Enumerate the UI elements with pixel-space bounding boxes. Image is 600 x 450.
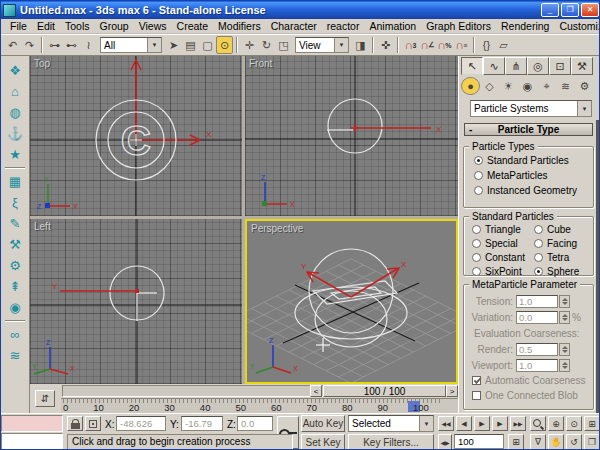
previous-frame-button[interactable]: ◀: [456, 416, 472, 431]
radio-icon[interactable]: [474, 171, 483, 180]
key-filters-button[interactable]: Key Filters...: [348, 434, 434, 450]
tab-modify-icon[interactable]: ∿: [483, 57, 505, 75]
category-helpers-icon[interactable]: ⌖: [537, 77, 556, 95]
crossing-selection-icon[interactable]: ⊙: [216, 36, 233, 54]
zoom-extents-icon[interactable]: ⊙: [566, 416, 582, 431]
minimize-button[interactable]: _: [541, 3, 559, 17]
viewport-left[interactable]: Left Y Z Y X: [30, 219, 242, 384]
menu-file[interactable]: File: [5, 20, 32, 32]
viewport-front[interactable]: Front X Z X: [245, 56, 458, 216]
radio-standard-particles[interactable]: Standard Particles: [464, 153, 593, 168]
radio-cube[interactable]: Cube: [530, 222, 590, 236]
menu-views[interactable]: Views: [134, 20, 172, 32]
menu-graph-editors[interactable]: Graph Editors: [421, 20, 496, 32]
x-coordinate-field[interactable]: -48.626: [116, 416, 166, 431]
category-lights-icon[interactable]: ☀: [499, 77, 518, 95]
chevron-down-icon[interactable]: ▼: [419, 416, 433, 431]
selection-filter-dropdown[interactable]: All ▼: [100, 37, 162, 53]
left-tab-icon[interactable]: ◉: [4, 297, 26, 318]
select-object-icon[interactable]: ➤: [165, 36, 182, 54]
category-shapes-icon[interactable]: ◇: [480, 77, 499, 95]
checkbox-one-connected-blob[interactable]: One Connected Blob: [464, 388, 593, 403]
rectangular-selection-region-icon[interactable]: ▢: [199, 36, 216, 54]
viewport-front-label[interactable]: Front: [249, 58, 272, 69]
radio-icon[interactable]: [534, 253, 543, 262]
min-max-toggle-icon[interactable]: ❐: [584, 434, 600, 450]
close-button[interactable]: ✕: [581, 3, 599, 17]
reference-coordinate-dropdown[interactable]: View ▼: [295, 37, 349, 53]
menu-customize[interactable]: Customize: [554, 20, 600, 32]
next-frame-button[interactable]: ▶: [492, 416, 508, 431]
left-tab-icon[interactable]: ⇞: [4, 276, 26, 297]
tension-spinner[interactable]: [559, 295, 570, 308]
viewport-left-label[interactable]: Left: [34, 221, 51, 232]
tab-hierarchy-icon[interactable]: ⋔: [505, 57, 527, 75]
previous-frame-arrow[interactable]: <: [310, 385, 322, 397]
tension-field[interactable]: 1.0: [516, 295, 558, 308]
radio-tetra[interactable]: Tetra: [530, 250, 590, 264]
render-field[interactable]: 0.5: [516, 343, 558, 356]
tab-display-icon[interactable]: ⊡: [549, 57, 571, 75]
radio-triangle[interactable]: Triangle: [468, 222, 530, 236]
radio-icon[interactable]: [472, 225, 481, 234]
category-systems-icon[interactable]: ⚙: [575, 77, 594, 95]
current-frame-field[interactable]: 100: [454, 434, 504, 449]
zoom-extents-all-icon[interactable]: ⊞: [584, 416, 600, 431]
zoom-all-icon[interactable]: ⊕: [548, 416, 564, 431]
radio-icon[interactable]: [474, 156, 483, 165]
radio-icon[interactable]: [534, 239, 543, 248]
radio-constant[interactable]: Constant: [468, 250, 530, 264]
chevron-down-icon[interactable]: ▼: [147, 38, 161, 52]
radio-icon[interactable]: [472, 239, 481, 248]
key-mode-toggle[interactable]: ◀▶: [438, 434, 452, 450]
select-and-scale-icon[interactable]: ◳: [275, 36, 292, 54]
arc-rotate-icon[interactable]: ↺: [566, 434, 582, 450]
left-tab-icon[interactable]: ⌂: [4, 81, 26, 102]
panel-scrollbar[interactable]: [596, 120, 600, 413]
viewport-spinner[interactable]: [559, 359, 570, 372]
left-tab-icon[interactable]: ✎: [4, 213, 26, 234]
time-slider-handle[interactable]: 100 / 100: [323, 385, 446, 397]
zoom-icon[interactable]: [530, 416, 546, 431]
go-to-start-button[interactable]: ◀◀: [438, 416, 454, 431]
absolute-offset-toggle[interactable]: [85, 416, 101, 431]
key-selection-dropdown[interactable]: Selected ▼: [348, 415, 434, 432]
radio-sphere[interactable]: Sphere: [530, 264, 590, 278]
radio-icon[interactable]: [534, 267, 543, 276]
menu-edit[interactable]: Edit: [32, 20, 60, 32]
radio-instanced-geometry[interactable]: Instanced Geometry: [464, 183, 593, 198]
select-and-move-icon[interactable]: ✛: [241, 36, 258, 54]
menu-group[interactable]: Group: [95, 20, 134, 32]
radio-sixpoint[interactable]: SixPoint: [468, 264, 530, 278]
go-to-end-button[interactable]: ▶▶: [510, 416, 526, 431]
checkbox-icon[interactable]: [472, 376, 481, 385]
bind-to-space-warp-icon[interactable]: ≀: [80, 36, 97, 54]
select-and-manipulate-icon[interactable]: ✜: [377, 36, 394, 54]
tab-motion-icon[interactable]: ◎: [527, 57, 549, 75]
chevron-down-icon[interactable]: ▼: [334, 38, 348, 52]
auto-key-button[interactable]: Auto Key: [301, 415, 345, 432]
angle-snap-icon[interactable]: ∩∠: [419, 36, 436, 54]
undo-icon[interactable]: ↶: [4, 36, 21, 54]
select-and-rotate-icon[interactable]: ↻: [258, 36, 275, 54]
redo-icon[interactable]: ↷: [21, 36, 38, 54]
viewport-perspective[interactable]: Perspective: [245, 219, 458, 384]
viewport-top[interactable]: Top X C Y X Z: [30, 56, 242, 216]
menu-character[interactable]: Character: [266, 20, 322, 32]
radio-icon[interactable]: [472, 253, 481, 262]
render-spinner[interactable]: [559, 343, 570, 356]
tab-utilities-icon[interactable]: ⚒: [571, 57, 593, 75]
rollout-particle-type[interactable]: - Particle Type: [464, 123, 593, 136]
named-selection-arrow-icon[interactable]: ▱: [495, 36, 512, 54]
menu-create[interactable]: Create: [172, 20, 214, 32]
category-geometry-icon[interactable]: ●: [461, 77, 480, 95]
menu-tools[interactable]: Tools: [60, 20, 95, 32]
unlink-selection-icon[interactable]: ⊷: [63, 36, 80, 54]
y-coordinate-field[interactable]: -16.79: [181, 416, 223, 431]
select-and-link-icon[interactable]: ⊶: [46, 36, 63, 54]
left-tab-icon[interactable]: ◍: [4, 102, 26, 123]
play-button[interactable]: ▶: [474, 416, 490, 431]
left-tab-icon[interactable]: ⚒: [4, 234, 26, 255]
viewport-top-label[interactable]: Top: [34, 58, 50, 69]
checkbox-automatic-coarseness[interactable]: Automatic Coarseness: [464, 373, 593, 388]
